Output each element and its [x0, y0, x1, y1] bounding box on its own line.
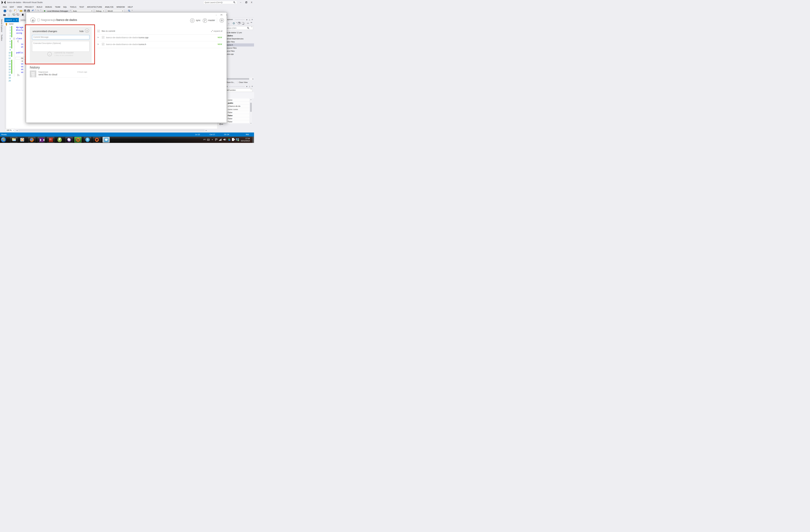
back-dropdown-icon[interactable] [7, 10, 8, 11]
menu-item[interactable]: TEAM [53, 5, 62, 9]
taskbar-github-icon[interactable] [102, 137, 110, 143]
google-drive-icon[interactable] [228, 138, 231, 141]
tab-team-explorer[interactable]: Team Ex... [226, 81, 235, 83]
nav-type-dropdown[interactable]: curso [9, 23, 14, 25]
close-icon[interactable]: ✕ [225, 14, 229, 16]
redo-dropdown-icon[interactable] [40, 10, 41, 11]
save-all-icon[interactable] [28, 10, 30, 12]
undo-icon[interactable]: ↶ [32, 9, 34, 12]
sync-icon[interactable] [190, 18, 195, 23]
tab-class-view[interactable]: Class View [239, 81, 247, 83]
menu-item[interactable]: TOOLS [68, 5, 78, 9]
sidebar-tab-server-explorer[interactable]: Server Explorer [1, 19, 3, 32]
language-indicator[interactable]: PT [204, 139, 206, 141]
action-center-flag-icon[interactable] [215, 138, 217, 141]
copy-documents-icon[interactable] [242, 22, 244, 24]
toolbar-overflow-icon[interactable]: ▸▸ [251, 21, 252, 23]
menu-item[interactable]: PROJECT [23, 5, 35, 9]
menu-item[interactable]: ARCHITECTURE [86, 5, 104, 9]
taskbar-windows-explorer-icon[interactable] [10, 137, 17, 143]
bookmark-icon[interactable] [22, 14, 23, 16]
close-icon[interactable]: ✕ [252, 85, 253, 87]
sync-with-active-document-icon[interactable] [238, 22, 240, 24]
file-checkbox[interactable]: ✓ [102, 36, 104, 38]
menu-item[interactable]: EDIT [8, 5, 16, 9]
window-position-icon[interactable]: ▼ [246, 19, 248, 21]
view-code-icon[interactable]: <> [247, 22, 249, 24]
search-icon[interactable] [247, 27, 249, 29]
home-icon[interactable]: ⌂ [228, 22, 229, 25]
start-button[interactable] [1, 137, 6, 142]
menu-item[interactable]: BUILD [35, 5, 44, 9]
pin-icon[interactable]: ⊥ [249, 19, 250, 21]
sidebar-tab-toolbox[interactable]: Toolbox [1, 34, 3, 41]
menu-item[interactable]: WINDOW [115, 5, 126, 9]
zoom-level-combo[interactable]: 100 % [5, 129, 15, 132]
scroll-left-icon[interactable]: ◀ [16, 130, 17, 131]
battery-icon[interactable] [232, 138, 234, 141]
taskbar-firefox-icon[interactable] [28, 137, 35, 143]
taskbar-visual-studio-icon[interactable] [38, 137, 45, 143]
tab-curso-h[interactable]: curso.h⊥✕ [4, 18, 19, 22]
find-dropdown-icon[interactable] [132, 10, 133, 11]
taskbar-origin-2-icon[interactable] [93, 137, 100, 143]
scroll-right-icon[interactable]: ▶ [253, 78, 254, 80]
properties-scrollbar[interactable]: ▲ ▼ [250, 98, 252, 125]
pin-icon[interactable]: ⊥ [13, 19, 15, 21]
new-file-icon[interactable]: ✱ [15, 10, 17, 12]
new-file-dropdown-icon[interactable] [18, 10, 19, 11]
menu-item[interactable]: DEBUG [44, 5, 53, 9]
taskbar-media-player-icon[interactable] [19, 137, 26, 143]
hidden-icons-chevron-icon[interactable]: ▲ [212, 139, 213, 140]
filter-dropdown-icon[interactable] [236, 22, 237, 23]
taskbar-coreldraw-icon[interactable] [56, 137, 63, 143]
menu-item[interactable]: HELP [126, 5, 134, 9]
maximize-icon[interactable] [220, 14, 223, 16]
show-desktop-button[interactable] [253, 136, 254, 143]
navigate-backward-icon[interactable]: ➤ [3, 14, 6, 16]
expander-icon[interactable] [98, 44, 100, 45]
remove-comment-icon[interactable]: ✕ [17, 14, 19, 16]
search-icon[interactable] [233, 1, 236, 3]
scroll-right-icon[interactable]: ▶ [206, 130, 207, 131]
branch-label[interactable]: master [208, 19, 215, 21]
debug-target-label[interactable]: Local Windows Debugger [47, 10, 68, 12]
menu-item[interactable]: FILE [1, 5, 8, 9]
branch-icon[interactable] [202, 18, 207, 23]
clock[interactable]: 17:54 02/12/2013 [241, 138, 250, 142]
menu-item[interactable]: VIEW [16, 5, 23, 9]
open-file-icon[interactable] [20, 10, 22, 12]
save-icon[interactable] [24, 10, 26, 12]
history-commit-row[interactable]: hiagoaraujo send files to cloud 3 hours … [30, 70, 88, 78]
search-dropdown-icon[interactable] [251, 27, 252, 28]
scroll-down-icon[interactable]: ▼ [250, 123, 252, 124]
expander-icon[interactable] [98, 37, 100, 38]
add-comment-icon[interactable]: + [13, 14, 15, 16]
file-row[interactable]: ✓ banco-de-dados\banco-de-dados\curso.h … [97, 41, 223, 48]
fold-collapse-icon[interactable]: − [13, 38, 15, 39]
volume-icon[interactable] [223, 138, 226, 141]
file-row[interactable]: ✓ banco-de-dados\banco-de-dados\curso.cp… [97, 34, 223, 41]
minimize-icon[interactable]: – [214, 14, 218, 16]
close-icon[interactable]: ✕ [252, 19, 253, 21]
sync-label[interactable]: sync [196, 19, 200, 21]
taskbar-bittorrent-icon[interactable] [65, 137, 72, 143]
settings-gear-icon[interactable] [220, 18, 224, 23]
file-checkbox[interactable]: ✓ [102, 43, 104, 45]
combo-dropdown-icon[interactable] [250, 89, 252, 90]
window-position-icon[interactable]: ▼ [246, 85, 248, 87]
quick-launch-input[interactable]: Quick Launch (Ctrl+Q) [204, 1, 237, 4]
dropbox-icon[interactable] [236, 138, 239, 141]
menu-item[interactable]: ANALYZE [103, 5, 115, 9]
files-checkbox[interactable]: ✓ [97, 30, 100, 32]
find-in-files-icon[interactable] [128, 10, 130, 12]
scroll-up-icon[interactable]: ▲ [250, 99, 252, 100]
pin-icon[interactable]: ⊥ [249, 85, 250, 87]
menu-item[interactable]: TEST [78, 5, 85, 9]
pending-changes-filter-icon[interactable] [233, 22, 235, 25]
close-tab-icon[interactable]: ✕ [16, 19, 17, 21]
navigate-back-icon[interactable]: ← [3, 10, 6, 12]
undo-dropdown-icon[interactable] [35, 10, 36, 11]
network-signal-icon[interactable] [219, 138, 222, 141]
back-button[interactable] [30, 17, 35, 23]
